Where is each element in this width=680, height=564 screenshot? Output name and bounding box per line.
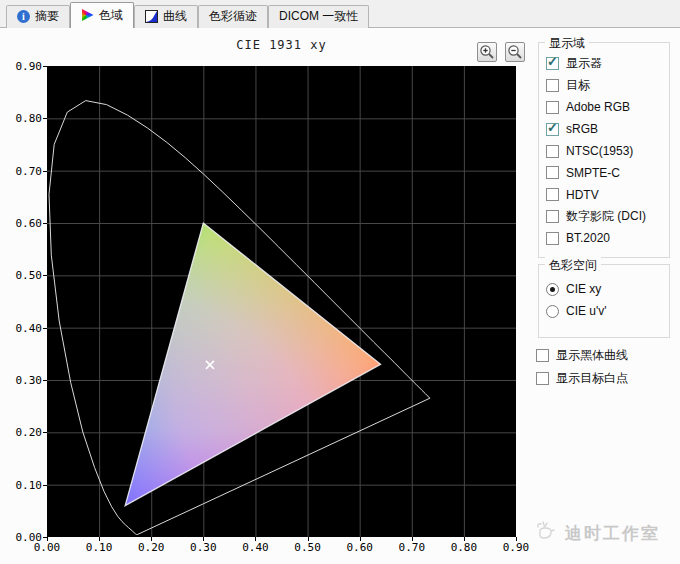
checkbox-show-target-white-point[interactable]: 显示目标白点 xyxy=(536,367,628,390)
chart-title: CIE 1931 xy xyxy=(47,38,516,52)
color-space-legend: 色彩空间 xyxy=(545,257,601,274)
y-tick xyxy=(43,485,47,486)
curve-icon xyxy=(145,10,158,23)
checkbox-target-box[interactable] xyxy=(546,79,559,92)
display-gamuts-group: 显示域 ✓显示器目标Adobe RGB✓sRGBNTSC(1953)SMPTE-… xyxy=(538,42,670,258)
tab-curves[interactable]: 曲线 xyxy=(134,5,198,28)
watermark-text: 迪时工作室 xyxy=(565,522,660,545)
y-tick-label: 0.40 xyxy=(0,322,42,335)
y-tick-label: 0.80 xyxy=(0,112,42,125)
info-icon: i xyxy=(17,10,30,23)
tab-dicom[interactable]: DICOM 一致性 xyxy=(268,5,369,28)
checkbox-bt2020-label: BT.2020 xyxy=(566,231,610,245)
check-icon: ✓ xyxy=(547,121,558,134)
checkbox-dci-box[interactable] xyxy=(546,210,559,223)
checkbox-hdtv-box[interactable] xyxy=(546,188,559,201)
radio-cie-xy-button[interactable] xyxy=(546,283,559,296)
y-tick-label: 0.20 xyxy=(0,426,42,439)
checkbox-hdtv[interactable]: HDTV xyxy=(546,184,669,206)
checkbox-ntsc-1953-box[interactable] xyxy=(546,145,559,158)
y-tick xyxy=(43,171,47,172)
radio-cie-uv-label: CIE u'v' xyxy=(566,304,607,318)
checkbox-show-blackbody-curve[interactable]: 显示黑体曲线 xyxy=(536,344,628,367)
magnifier-minus-icon xyxy=(507,44,523,60)
chromaticity-svg xyxy=(47,66,516,537)
checkbox-target[interactable]: 目标 xyxy=(546,75,669,97)
checkbox-srgb[interactable]: ✓sRGB xyxy=(546,118,669,140)
watermark: 迪时工作室 xyxy=(531,516,660,550)
x-tick-label: 0.70 xyxy=(390,541,434,554)
radio-cie-xy[interactable]: CIE xy xyxy=(546,278,669,300)
checkbox-monitor-label: 显示器 xyxy=(566,55,602,72)
y-tick xyxy=(43,380,47,381)
checkbox-adobe-rgb[interactable]: Adobe RGB xyxy=(546,97,669,119)
content-area: CIE 1931 xy 0.000.100.200.300.400.500.60… xyxy=(0,28,680,564)
checkbox-srgb-box[interactable]: ✓ xyxy=(546,123,559,136)
y-tick-label: 0.70 xyxy=(0,165,42,178)
chart-plot-area xyxy=(47,66,516,537)
y-tick xyxy=(43,66,47,67)
checkbox-dci[interactable]: 数字影院 (DCI) xyxy=(546,206,669,228)
check-icon: ✓ xyxy=(547,55,558,68)
studio-logo-icon xyxy=(531,516,561,550)
tab-color-tracking-label: 色彩循迹 xyxy=(209,8,257,25)
zoom-in-button[interactable] xyxy=(477,42,497,62)
tab-bar: i摘要色域曲线色彩循迹DICOM 一致性 xyxy=(0,0,680,28)
checkbox-ntsc-1953[interactable]: NTSC(1953) xyxy=(546,140,669,162)
radio-cie-uv-button[interactable] xyxy=(546,305,559,318)
y-tick xyxy=(43,275,47,276)
tab-summary-label: 摘要 xyxy=(35,8,59,25)
display-gamuts-legend: 显示域 xyxy=(545,35,589,52)
gamut-icon xyxy=(81,9,94,22)
checkbox-show-blackbody-curve-box[interactable] xyxy=(536,349,549,362)
y-tick xyxy=(43,223,47,224)
y-tick-label: 0.90 xyxy=(0,60,42,73)
x-tick-label: 0.30 xyxy=(181,541,225,554)
y-tick-label: 0.10 xyxy=(0,479,42,492)
checkbox-adobe-rgb-box[interactable] xyxy=(546,101,559,114)
checkbox-monitor-box[interactable]: ✓ xyxy=(546,57,559,70)
checkbox-bt2020-box[interactable] xyxy=(546,232,559,245)
x-tick-label: 0.60 xyxy=(338,541,382,554)
x-tick-label: 0.10 xyxy=(77,541,121,554)
color-space-group: 色彩空间 CIE xyCIE u'v' xyxy=(538,264,670,338)
magnifier-plus-icon xyxy=(479,44,495,60)
checkbox-show-target-white-point-label: 显示目标白点 xyxy=(556,370,628,387)
checkbox-show-blackbody-curve-label: 显示黑体曲线 xyxy=(556,347,628,364)
x-tick-label: 0.20 xyxy=(129,541,173,554)
y-tick-label: 0.30 xyxy=(0,374,42,387)
checkbox-target-label: 目标 xyxy=(566,77,590,94)
checkbox-hdtv-label: HDTV xyxy=(566,188,599,202)
tab-dicom-label: DICOM 一致性 xyxy=(279,8,358,25)
checkbox-smpte-c-label: SMPTE-C xyxy=(566,166,620,180)
checkbox-smpte-c-box[interactable] xyxy=(546,166,559,179)
radio-cie-xy-label: CIE xy xyxy=(566,282,601,296)
y-tick xyxy=(43,432,47,433)
checkbox-bt2020[interactable]: BT.2020 xyxy=(546,227,669,249)
zoom-out-button[interactable] xyxy=(505,42,525,62)
checkbox-show-target-white-point-box[interactable] xyxy=(536,372,549,385)
checkbox-adobe-rgb-label: Adobe RGB xyxy=(566,100,630,114)
gamut-triangle-fill xyxy=(47,66,516,537)
tab-gamut[interactable]: 色域 xyxy=(70,2,134,28)
checkbox-monitor[interactable]: ✓显示器 xyxy=(546,53,669,75)
checkbox-dci-label: 数字影院 (DCI) xyxy=(566,208,646,225)
checkbox-srgb-label: sRGB xyxy=(566,122,598,136)
x-tick-label: 0.40 xyxy=(233,541,277,554)
y-tick xyxy=(43,328,47,329)
tab-gamut-label: 色域 xyxy=(99,7,123,24)
checkbox-smpte-c[interactable]: SMPTE-C xyxy=(546,162,669,184)
radio-cie-uv[interactable]: CIE u'v' xyxy=(546,300,669,322)
tab-curves-label: 曲线 xyxy=(163,8,187,25)
checkbox-ntsc-1953-label: NTSC(1953) xyxy=(566,144,633,158)
x-tick-label: 0.00 xyxy=(25,541,69,554)
tab-color-tracking[interactable]: 色彩循迹 xyxy=(198,5,268,28)
x-tick-label: 0.50 xyxy=(286,541,330,554)
y-tick xyxy=(43,118,47,119)
tab-summary[interactable]: i摘要 xyxy=(6,5,70,28)
x-tick-label: 0.80 xyxy=(442,541,486,554)
y-tick-label: 0.60 xyxy=(0,217,42,230)
y-tick-label: 0.50 xyxy=(0,269,42,282)
